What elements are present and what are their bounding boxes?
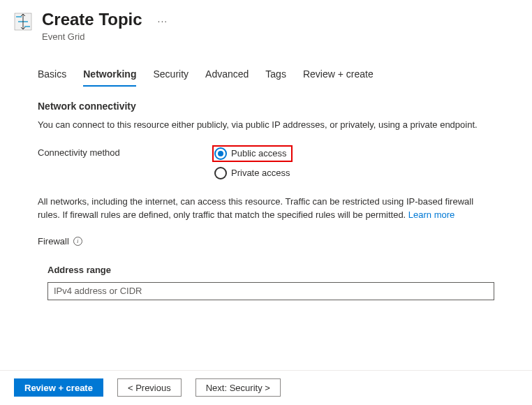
radio-private-access[interactable]: Private access (212, 166, 293, 180)
tab-review[interactable]: Review + create (303, 64, 374, 87)
tab-advanced[interactable]: Advanced (205, 64, 249, 87)
help-text: All networks, including the internet, ca… (38, 196, 494, 222)
tab-tags[interactable]: Tags (265, 64, 286, 87)
tab-basics[interactable]: Basics (38, 64, 66, 87)
tab-networking[interactable]: Networking (83, 64, 136, 87)
address-range-label: Address range (47, 265, 494, 275)
page-subtitle: Event Grid (42, 31, 142, 42)
more-actions-button[interactable]: ··· (158, 15, 168, 27)
info-icon[interactable]: i (73, 237, 82, 246)
connectivity-radio-group: Public access Private access (212, 145, 293, 180)
section-description: You can connect to this resource either … (38, 119, 494, 131)
radio-icon (214, 147, 227, 160)
section-title: Network connectivity (38, 101, 494, 112)
next-button[interactable]: Next: Security > (195, 378, 281, 397)
previous-button[interactable]: < Previous (117, 378, 182, 397)
page-title: Create Topic (42, 10, 142, 30)
review-create-button[interactable]: Review + create (14, 378, 103, 397)
svg-rect-1 (16, 16, 22, 17)
tab-bar: Basics Networking Security Advanced Tags… (38, 64, 494, 87)
tab-security[interactable]: Security (153, 64, 189, 87)
radio-label: Public access (231, 148, 286, 159)
svg-rect-3 (24, 26, 30, 27)
address-range-input[interactable] (47, 282, 494, 300)
radio-public-access[interactable]: Public access (212, 145, 293, 162)
event-grid-icon (14, 13, 32, 31)
learn-more-link[interactable]: Learn more (408, 209, 455, 220)
page-header: Create Topic Event Grid ··· (0, 0, 532, 42)
connectivity-method-label: Connectivity method (38, 145, 212, 158)
footer: Review + create < Previous Next: Securit… (0, 370, 532, 397)
firewall-label: Firewall (38, 236, 69, 246)
radio-icon (214, 167, 227, 179)
radio-label: Private access (231, 168, 290, 178)
